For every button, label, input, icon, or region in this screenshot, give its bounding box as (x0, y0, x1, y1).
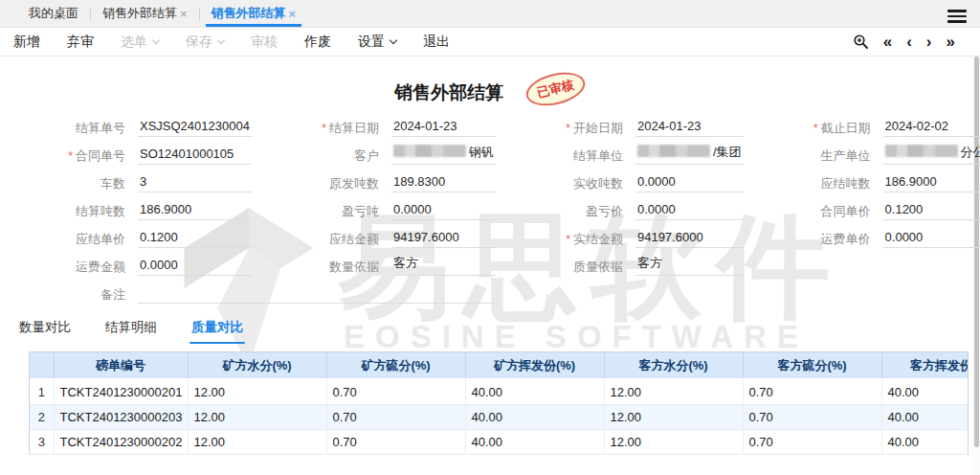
field-value[interactable]: XSJSQ2401230004 (138, 119, 252, 137)
form-field: 盈亏吨0.0000 (265, 199, 509, 220)
detail-tab-质量对比[interactable]: 质量对比 (191, 319, 243, 344)
field-value[interactable]: 94197.6000 (635, 230, 744, 248)
toolbar-buttons: 新增弃审选单保存审核作废设置退出 (13, 34, 477, 51)
prev-page-icon[interactable]: ‹ (906, 34, 912, 50)
field-value[interactable]: 0.0000 (391, 202, 496, 220)
toolbar-button-label: 审核 (251, 34, 278, 51)
field-value-text: 客方 (637, 256, 662, 270)
column-header[interactable]: 矿方硫分(%) (326, 352, 465, 379)
field-value[interactable]: 分公司 (883, 144, 980, 165)
column-header[interactable]: 矿方水分(%) (188, 352, 326, 379)
table-cell: 40.00 (465, 429, 604, 454)
field-label-text: 运费单价 (821, 232, 871, 246)
field-value[interactable]: 客方 (391, 255, 496, 276)
table-cell: 0.70 (326, 404, 465, 429)
field-value-text: 分公司 (961, 145, 980, 159)
form-field: 结算单位/集团 (509, 144, 757, 165)
field-value[interactable]: 2024-02-02 (883, 119, 980, 137)
table-cell: 12.00 (604, 379, 743, 404)
field-value[interactable]: /集团 (635, 144, 744, 165)
field-label: *开始日期 (509, 120, 635, 137)
window-tab[interactable]: 我的桌面 (17, 0, 90, 27)
detail-tab-数量对比[interactable]: 数量对比 (19, 319, 71, 344)
toolbar-button-label: 选单 (121, 34, 147, 51)
window-tab[interactable]: 销售外部结算× (91, 0, 199, 27)
field-label: 生产单位 (757, 147, 883, 165)
field-value[interactable]: 客方 (635, 255, 744, 276)
column-header[interactable]: 磅单编号 (54, 352, 188, 379)
column-header[interactable]: 客方硫分(%) (743, 352, 881, 379)
field-value-text: /集团 (713, 145, 742, 159)
field-value[interactable]: 3 (138, 174, 252, 192)
field-label-text: 盈亏价 (586, 204, 623, 218)
required-asterisk: * (566, 233, 570, 246)
field-value-text: SO12401000105 (140, 147, 234, 161)
field-value[interactable]: 186.9000 (883, 174, 980, 192)
field-label-text: 结算单位 (573, 148, 623, 163)
field-value[interactable]: 0.1200 (138, 230, 252, 248)
field-value[interactable]: 2024-01-23 (635, 119, 744, 137)
next-page-icon[interactable]: › (926, 34, 932, 50)
form-field: 车数3 (11, 171, 265, 192)
field-value[interactable]: 钢钒 (391, 144, 496, 165)
required-asterisk: * (566, 122, 570, 135)
field-label-text: 合同单号 (76, 148, 125, 163)
field-value[interactable]: 2024-01-23 (391, 119, 496, 137)
field-value[interactable]: 0.0000 (635, 174, 744, 192)
field-value[interactable]: 0.0000 (138, 258, 252, 276)
toolbar-button-选单: 选单 (121, 34, 159, 51)
last-page-icon[interactable]: » (947, 34, 955, 50)
field-value[interactable]: SO12401000105 (138, 147, 252, 165)
field-label: 客户 (265, 147, 391, 165)
field-label-text: 应结吨数 (821, 176, 871, 191)
toolbar-button-设置[interactable]: 设置 (358, 34, 396, 51)
column-header[interactable]: 客方水分(%) (604, 352, 743, 379)
table-row[interactable]: 2TCKT240123000020312.000.7040.0012.000.7… (30, 404, 969, 429)
hamburger-menu-icon[interactable] (947, 7, 967, 26)
toolbar-button-新增[interactable]: 新增 (13, 34, 40, 51)
field-label: 数量依据 (265, 259, 391, 276)
field-value[interactable]: 0.0000 (883, 230, 980, 248)
required-asterisk: * (68, 149, 73, 163)
field-value-text: 0.0000 (637, 202, 676, 216)
field-label: *实结金额 (509, 231, 635, 248)
field-value[interactable]: 186.9000 (138, 202, 252, 220)
form-field: 结算吨数186.9000 (11, 199, 265, 220)
table-cell: 40.00 (465, 404, 604, 429)
window-tab-label: 销售外部结算 (102, 5, 177, 22)
column-header[interactable] (30, 352, 54, 379)
detail-tab-结算明细[interactable]: 结算明细 (105, 319, 157, 344)
field-label: *合同单号 (11, 147, 138, 165)
field-value[interactable]: 0.1200 (883, 202, 980, 220)
close-tab-icon[interactable]: × (289, 7, 297, 21)
field-value-text: 钢钒 (469, 145, 494, 159)
form-field: *实结金额94197.6000 (509, 227, 757, 248)
field-value-text: 0.0000 (140, 258, 178, 272)
form-field: 运费金额0.0000 (11, 255, 265, 276)
column-header[interactable]: 客方挥发份(%) (881, 352, 969, 379)
table-row[interactable]: 1TCKT240123000020112.000.7040.0012.000.7… (30, 379, 969, 404)
first-page-icon[interactable]: « (883, 34, 892, 50)
field-label: 结算吨数 (11, 203, 138, 220)
zoom-icon[interactable] (853, 34, 869, 50)
toolbar-nav: « ‹ › » (853, 34, 955, 50)
toolbar-button-退出[interactable]: 退出 (423, 34, 450, 51)
toolbar-button-作废[interactable]: 作废 (304, 34, 331, 51)
window-tab-active[interactable]: 销售外部结算× (200, 0, 308, 27)
toolbar-button-审核: 审核 (251, 34, 278, 51)
field-value[interactable]: 94197.6000 (391, 230, 496, 248)
form-field: *开始日期2024-01-23 (509, 116, 757, 137)
window-tab-label: 我的桌面 (29, 5, 78, 22)
row-number: 1 (30, 379, 54, 404)
form-field: *截止日期2024-02-02 (757, 116, 980, 137)
field-value[interactable]: 189.8300 (391, 174, 496, 192)
approved-stamp: 已审核 (523, 67, 589, 111)
field-label: 质量依据 (509, 259, 635, 276)
table-row[interactable]: 3TCKT240123000020212.000.7040.0012.000.7… (30, 429, 969, 454)
column-header[interactable]: 矿方挥发份(%) (465, 352, 604, 379)
close-tab-icon[interactable]: × (180, 7, 188, 21)
field-label: 备注 (11, 286, 138, 304)
toolbar-button-弃审[interactable]: 弃审 (67, 34, 94, 51)
field-value[interactable]: 0.0000 (635, 202, 744, 220)
field-value-text: 客方 (393, 256, 418, 270)
